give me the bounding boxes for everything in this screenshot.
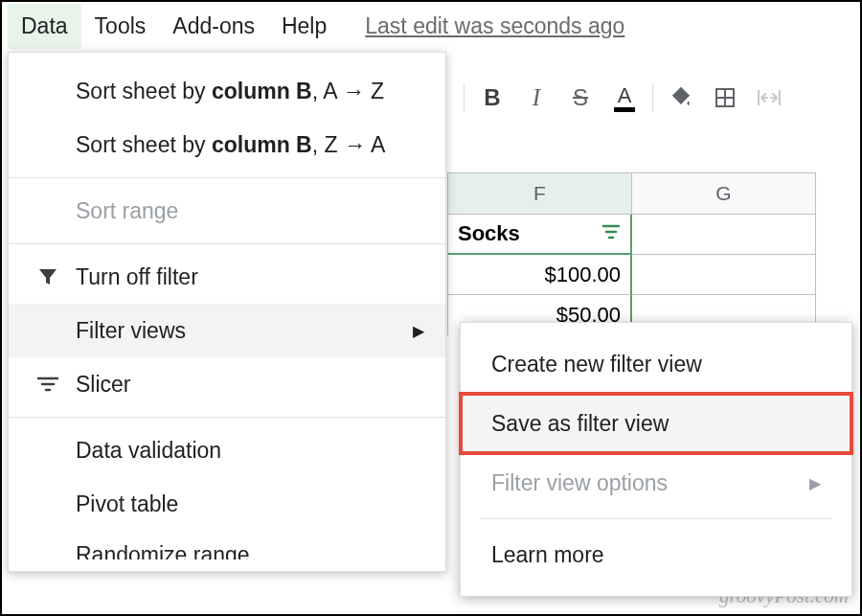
menu-separator [9, 243, 445, 244]
menu-label: Sort sheet by column B, Z → A [76, 132, 385, 158]
cell[interactable] [632, 255, 816, 295]
menu-label: Turn off filter [76, 264, 198, 290]
menu-sort-sheet-az[interactable]: Sort sheet by column B, A → Z [9, 64, 445, 118]
menu-pivot-table[interactable]: Pivot table [9, 477, 445, 531]
cell-header-socks[interactable]: Socks [448, 215, 632, 255]
cell-text: $100.00 [544, 262, 621, 287]
menu-addons[interactable]: Add-ons [159, 4, 268, 49]
submenu-save-as-filter-view[interactable]: Save as filter view [461, 394, 851, 453]
submenu-create-new-filter-view[interactable]: Create new filter view [461, 334, 851, 394]
italic-button[interactable]: I [514, 76, 558, 120]
menu-label: Data validation [76, 438, 221, 464]
table-row: Socks [448, 215, 816, 255]
menu-label: Filter view options [491, 470, 668, 496]
menu-turn-off-filter[interactable]: Turn off filter [9, 250, 445, 304]
spreadsheet: F G Socks $100.00 $50.00 [447, 172, 816, 335]
menu-label: Sort range [76, 198, 178, 224]
submenu-filter-view-options: Filter view options ▶ [461, 453, 851, 513]
menu-label: Slicer [76, 372, 131, 398]
menu-separator [480, 518, 832, 519]
borders-button[interactable] [703, 76, 747, 120]
fill-color-button[interactable] [659, 76, 703, 120]
column-header-g[interactable]: G [632, 172, 816, 215]
merge-cells-button[interactable] [747, 76, 791, 120]
last-edit-link[interactable]: Last edit was seconds ago [365, 13, 624, 39]
bold-button[interactable]: B [470, 76, 514, 120]
menu-label: Sort sheet by column B, A → Z [76, 79, 384, 104]
menu-separator [9, 177, 445, 178]
menu-separator [9, 417, 445, 418]
menu-label: Create new filter view [491, 352, 702, 377]
strikethrough-button[interactable]: S [558, 76, 602, 120]
menu-sort-sheet-za[interactable]: Sort sheet by column B, Z → A [9, 118, 445, 171]
column-header-f[interactable]: F [448, 172, 632, 215]
filter-views-submenu: Create new filter view Save as filter vi… [460, 322, 852, 597]
menu-tools[interactable]: Tools [81, 4, 160, 49]
submenu-learn-more[interactable]: Learn more [461, 525, 851, 584]
filter-icon[interactable] [601, 221, 621, 246]
menu-sort-range: Sort range [9, 184, 445, 238]
menu-label: Randomize range [76, 542, 250, 559]
data-menu-dropdown: Sort sheet by column B, A → Z Sort sheet… [8, 52, 446, 572]
menu-data[interactable]: Data [8, 4, 81, 49]
menu-label: Learn more [491, 542, 604, 568]
menu-data-validation[interactable]: Data validation [9, 423, 445, 477]
column-headers: F G [448, 172, 816, 215]
toolbar-separator [464, 83, 465, 112]
format-toolbar: B I S A [414, 69, 791, 126]
menu-label: Filter views [76, 318, 186, 344]
submenu-arrow-icon: ▶ [809, 474, 821, 492]
cell[interactable]: $100.00 [448, 255, 632, 295]
submenu-arrow-icon: ▶ [413, 322, 424, 340]
slicer-icon [34, 375, 62, 394]
menu-help[interactable]: Help [268, 4, 340, 49]
table-row: $100.00 [448, 255, 816, 295]
menu-label: Save as filter view [491, 411, 669, 437]
cell[interactable] [632, 215, 816, 255]
toolbar-separator [652, 83, 653, 112]
menu-slicer[interactable]: Slicer [9, 357, 445, 411]
menu-randomize-range[interactable]: Randomize range [9, 531, 445, 559]
funnel-icon [34, 266, 62, 287]
cell-text: Socks [458, 221, 520, 246]
menu-bar: Data Tools Add-ons Help Last edit was se… [2, 2, 860, 50]
menu-filter-views[interactable]: Filter views ▶ [9, 304, 445, 357]
text-color-button[interactable]: A [602, 76, 646, 120]
menu-label: Pivot table [76, 491, 178, 517]
